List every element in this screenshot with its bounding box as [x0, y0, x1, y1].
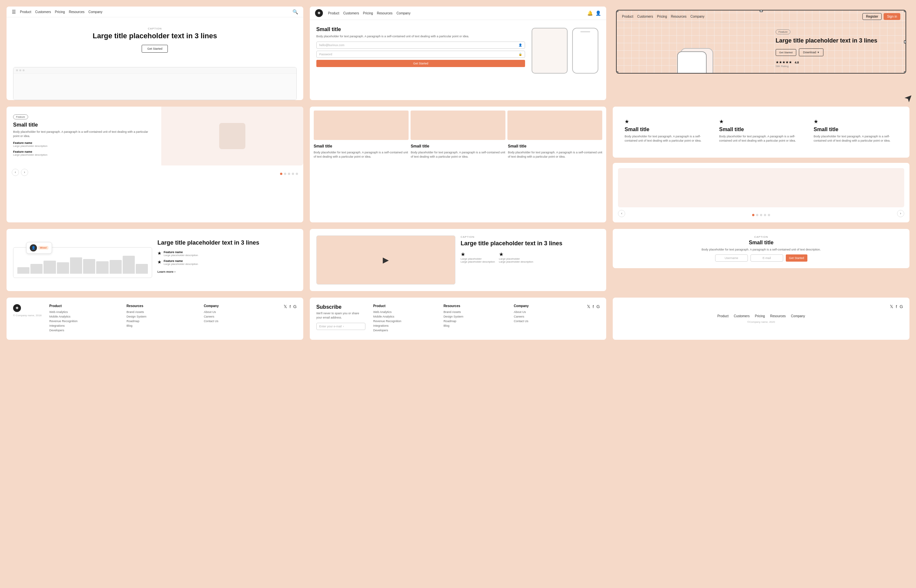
video-features: ★ Large placeholder Large placeholder de…	[461, 251, 600, 263]
footer1-careers[interactable]: Careers	[204, 315, 276, 318]
subscribe-title: Subscribe	[316, 304, 366, 310]
card-stats-3col: ★ Small title Body placeholder for text …	[613, 107, 910, 158]
footer2-integrations[interactable]: Integrations	[373, 324, 439, 327]
footer1-product-title: Product	[49, 304, 121, 308]
footer1-about[interactable]: About Us	[204, 310, 276, 313]
footer3-resources[interactable]: Resources	[770, 314, 786, 318]
footer1-web-analytics[interactable]: Web Analytics	[49, 310, 121, 313]
carousel-next-1[interactable]: ›	[21, 169, 28, 176]
email-cta-input[interactable]: E-mail	[751, 254, 783, 262]
carousel-next-right[interactable]: ›	[897, 210, 904, 217]
carousel-dot-2-r	[756, 214, 758, 216]
signin-btn[interactable]: Sign in	[884, 13, 900, 20]
google-icon-1[interactable]: G	[293, 304, 297, 309]
footer2-developers[interactable]: Developers	[373, 329, 439, 332]
footer1-revenue[interactable]: Revenue Recognition	[49, 320, 121, 323]
nav-product-3[interactable]: Product	[622, 15, 633, 18]
footer2-blog[interactable]: Blog	[443, 324, 509, 327]
footer2-about[interactable]: About Us	[514, 310, 579, 313]
footer2-web-analytics[interactable]: Web Analytics	[373, 310, 439, 313]
footer1-developers[interactable]: Developers	[49, 329, 121, 332]
handle-mr[interactable]	[904, 40, 906, 44]
google-icon-3[interactable]: G	[900, 304, 903, 309]
facebook-icon-3[interactable]: f	[896, 304, 897, 309]
twitter-icon-2[interactable]: 𝕏	[587, 304, 590, 309]
arrow-indicator: ➤	[901, 90, 915, 104]
twitter-icon-1[interactable]: 𝕏	[284, 304, 287, 309]
footer1-blog[interactable]: Blog	[126, 324, 199, 327]
nav-resources-3[interactable]: Resources	[671, 15, 687, 18]
featured-cta-btn[interactable]: Get Started	[776, 49, 796, 56]
search-icon-1[interactable]: 🔍	[293, 9, 298, 15]
nav-product-1[interactable]: Product	[20, 10, 31, 14]
footer2-design-system[interactable]: Design System	[443, 315, 509, 318]
footer1-col-company: Company About Us Careers Contact Us	[204, 304, 276, 333]
carousel-prev-1[interactable]: ‹	[12, 169, 19, 176]
nav-customers-1[interactable]: Customers	[35, 10, 51, 14]
footer1-integrations[interactable]: Integrations	[49, 324, 121, 327]
twitter-icon-3[interactable]: 𝕏	[890, 304, 893, 309]
nav-pricing-2[interactable]: Pricing	[363, 11, 373, 15]
nav-company-3[interactable]: Company	[691, 15, 705, 18]
footer3-pricing[interactable]: Pricing	[755, 314, 765, 318]
video-player[interactable]: ▶	[316, 236, 455, 284]
footer2-revenue[interactable]: Revenue Recognition	[373, 320, 439, 323]
bar-2	[31, 264, 42, 274]
handle-br[interactable]	[904, 71, 906, 74]
nav-pricing-3[interactable]: Pricing	[657, 15, 667, 18]
footer3-customers[interactable]: Customers	[734, 314, 749, 318]
footer3-company[interactable]: Company	[791, 314, 805, 318]
nav-company-2[interactable]: Company	[397, 11, 411, 15]
register-btn[interactable]: Register	[863, 13, 882, 20]
download-btn[interactable]: Download ▾	[799, 48, 824, 56]
cta-get-started-btn[interactable]: Get Started	[786, 254, 808, 262]
facebook-icon-2[interactable]: f	[593, 304, 594, 309]
carousel-prev-right[interactable]: ‹	[618, 210, 625, 217]
footer1-design-system[interactable]: Design System	[126, 315, 199, 318]
get-started-btn-1[interactable]: Get Started	[142, 45, 168, 53]
handle-tl[interactable]	[616, 10, 618, 12]
nav-customers-2[interactable]: Customers	[343, 11, 359, 15]
stat-body-3: Body placeholder for text paragraph. A p…	[814, 134, 898, 143]
bar-9	[123, 256, 135, 274]
footer2-mobile-analytics[interactable]: Mobile Analytics	[373, 315, 439, 318]
footer3-social: 𝕏 f G	[890, 304, 903, 309]
learn-more-link[interactable]: Learn more ›	[157, 270, 175, 273]
nav-logo-2: ✦	[315, 9, 323, 17]
footer3-product[interactable]: Product	[717, 314, 728, 318]
nav-bar-2: ✦ Product Customers Pricing Resources Co…	[310, 6, 607, 20]
handle-bl[interactable]	[616, 71, 618, 74]
thumb-item-1: Small title Body placeholder for text pa…	[314, 144, 408, 162]
nav-product-2[interactable]: Product	[328, 11, 339, 15]
profile-icon[interactable]: 👤	[596, 10, 601, 16]
nav-pricing-1[interactable]: Pricing	[55, 10, 65, 14]
username-input[interactable]: Username	[715, 254, 748, 262]
nav-resources-2[interactable]: Resources	[377, 11, 393, 15]
footer2-brand-assets[interactable]: Brand Assets	[443, 310, 509, 313]
nav-resources-1[interactable]: Resources	[69, 10, 84, 14]
footer1-contact[interactable]: Contact Us	[204, 320, 276, 323]
footer2-careers[interactable]: Careers	[514, 315, 579, 318]
email-input[interactable]: hello@burinux.com 👤	[316, 42, 525, 49]
hamburger-icon[interactable]: ☰	[12, 9, 16, 15]
facebook-icon-1[interactable]: f	[290, 304, 291, 309]
stat-body-1: Body placeholder for text paragraph. A p…	[625, 134, 709, 143]
password-input[interactable]: Password 🔒	[316, 51, 525, 58]
footer1-mobile-analytics[interactable]: Mobile Analytics	[49, 315, 121, 318]
nav-company-1[interactable]: Company	[88, 10, 102, 14]
login-cta-btn[interactable]: Get Started	[316, 60, 525, 67]
dot-3	[288, 173, 290, 175]
footer2-contact[interactable]: Contact Us	[514, 320, 579, 323]
nav-customers-3[interactable]: Customers	[637, 15, 653, 18]
handle-tm[interactable]	[760, 10, 763, 12]
handle-tr[interactable]	[904, 10, 906, 12]
footer2-roadmap[interactable]: Roadmap	[443, 320, 509, 323]
footer1-roadmap[interactable]: Roadmap	[126, 320, 199, 323]
footer1-copyright: © Company name, 2018	[13, 314, 42, 317]
stars: ★★★★★	[776, 60, 792, 64]
subscribe-email-input[interactable]: Enter your e-mail ›	[316, 323, 366, 330]
footer1-brand-assets[interactable]: Brand Assets	[126, 310, 199, 313]
bell-icon[interactable]: 🔔	[587, 10, 593, 16]
stat-body-2: Body placeholder for text paragraph. A p…	[719, 134, 803, 143]
google-icon-2[interactable]: G	[596, 304, 600, 309]
